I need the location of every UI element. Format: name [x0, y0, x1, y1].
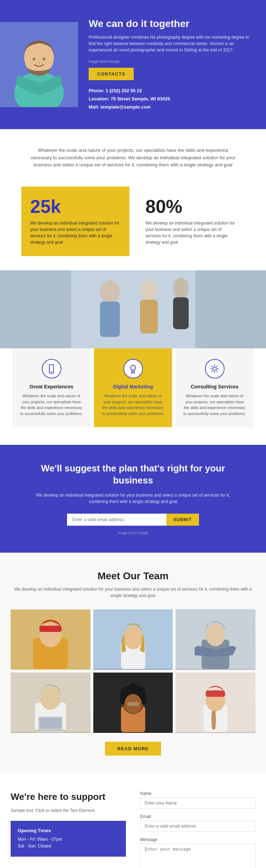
svg-point-24: [213, 367, 216, 371]
opening-times-weekend: Sat - Sun: Closed: [18, 843, 119, 850]
stat-desc-2: We develop an individual integrated solu…: [145, 220, 236, 245]
plan-section: We'll suggest the plan that's right for …: [0, 445, 266, 553]
stat-box-2: 80% We develop an individual integrated …: [137, 187, 245, 256]
support-title: We're here to support: [11, 791, 126, 803]
team-photo-6: [176, 673, 255, 733]
about-section: Whatever the scale and nature of your pr…: [0, 129, 266, 187]
team-grid-row2: [11, 673, 255, 733]
plan-form: SUBMIT: [28, 514, 238, 526]
service-icon-1: [42, 359, 61, 378]
svg-point-20: [51, 371, 52, 372]
stat-desc-1: We develop an individual integrated solu…: [30, 220, 121, 245]
plan-submit-button[interactable]: SUBMIT: [166, 514, 199, 526]
stat-number-2: 80%: [145, 197, 236, 216]
photo-banner: [0, 270, 266, 348]
message-form-group: Message: [140, 837, 255, 868]
hero-description: Professional designer combines his photo…: [89, 34, 252, 53]
service-title-1: Great Experiences: [20, 384, 83, 389]
opening-times-box: Opening Times Mon - Fri: 09am - 07pm Sat…: [11, 821, 126, 857]
service-card-2: Digital Marketing Whatever the scale and…: [94, 348, 172, 427]
contacts-button[interactable]: CONTACTS: [89, 68, 134, 80]
service-desc-1: Whatever the scale and nature of your pr…: [20, 393, 83, 416]
hero-image: [0, 22, 78, 107]
opening-times-title: Opening Times: [18, 828, 119, 833]
service-desc-2: Whatever the scale and nature of your pr…: [101, 393, 165, 416]
team-grid-row1: [11, 609, 255, 670]
plan-image-credit: Image from Freepik: [28, 531, 238, 535]
service-title-2: Digital Marketing: [101, 384, 165, 389]
opening-times-hours: Mon - Fri: 09am - 07pm Sat - Sun: Closed: [18, 836, 119, 850]
hero-content: We can do it together Professional desig…: [78, 11, 266, 118]
email-form-group: Email: [140, 814, 255, 832]
svg-rect-28: [39, 626, 62, 632]
plan-description: We develop an individual integrated solu…: [28, 492, 238, 505]
svg-rect-56: [206, 691, 225, 697]
hero-mail: Mail: template@sample.com: [89, 103, 252, 111]
team-photo-5: [93, 673, 173, 733]
team-section: Meet Our Team We develop an individual i…: [0, 553, 266, 773]
plan-email-input[interactable]: [67, 514, 166, 526]
svg-point-34: [206, 624, 225, 646]
hero-image-credit: Image from Freepik: [89, 60, 252, 63]
svg-point-37: [40, 687, 61, 710]
message-label: Message: [140, 837, 255, 842]
team-title: Meet Our Team: [11, 570, 255, 582]
hero-title: We can do it together: [89, 18, 252, 30]
team-photo-3: [176, 609, 255, 670]
message-textarea[interactable]: [140, 844, 255, 868]
support-section: We're here to support Sample text. Click…: [0, 773, 266, 868]
about-text: Whatever the scale and nature of your pr…: [28, 147, 238, 169]
svg-rect-39: [39, 718, 62, 729]
support-right: Name Email Message Submit: [140, 791, 255, 868]
svg-point-5: [33, 58, 35, 60]
plan-title: We'll suggest the plan that's right for …: [28, 463, 238, 487]
team-photo-4: [11, 673, 90, 733]
svg-rect-40: [35, 730, 66, 731]
email-input[interactable]: [140, 820, 255, 832]
hero-location: Location: 75 Street Sample, WI 63025: [89, 95, 252, 103]
read-more-button[interactable]: READ MORE: [105, 742, 161, 756]
service-card-1: Great Experiences Whatever the scale and…: [12, 348, 90, 427]
read-more-container: READ MORE: [11, 742, 255, 756]
team-header: Meet Our Team We develop an individual i…: [11, 570, 255, 599]
team-photo-1: [11, 609, 90, 670]
svg-rect-50: [128, 702, 133, 706]
name-input[interactable]: [140, 797, 255, 809]
hero-contact-info: Phone: 1 (232) 252 55 22 Location: 75 St…: [89, 87, 252, 111]
service-card-3: Consulting Services Whatever the scale a…: [176, 348, 254, 427]
team-description: We develop an individual integrated solu…: [11, 586, 255, 599]
stat-number-1: 25k: [30, 197, 121, 216]
stats-section: 25k We develop an individual integrated …: [0, 187, 266, 270]
svg-point-21: [131, 365, 135, 370]
opening-times-weekdays: Mon - Fri: 09am - 07pm: [18, 836, 119, 843]
svg-point-6: [43, 58, 45, 60]
support-description: Sample text. Click to select the Text El…: [11, 807, 126, 814]
support-left: We're here to support Sample text. Click…: [11, 791, 126, 868]
services-section: Great Experiences Whatever the scale and…: [0, 348, 266, 445]
email-label: Email: [140, 814, 255, 819]
team-photo-2: [93, 609, 173, 670]
svg-rect-51: [133, 702, 138, 706]
stat-box-1: 25k We develop an individual integrated …: [21, 187, 129, 256]
service-icon-3: [205, 359, 225, 378]
service-icon-2: [123, 359, 143, 378]
hero-section: We can do it together Professional desig…: [0, 0, 266, 129]
service-desc-3: Whatever the scale and nature of your pr…: [183, 393, 246, 416]
hero-phone: Phone: 1 (232) 252 55 22: [89, 87, 252, 95]
service-title-3: Consulting Services: [183, 384, 246, 389]
svg-point-31: [123, 626, 143, 649]
svg-rect-18: [0, 270, 266, 348]
name-label: Name: [140, 791, 255, 796]
name-form-group: Name: [140, 791, 255, 809]
